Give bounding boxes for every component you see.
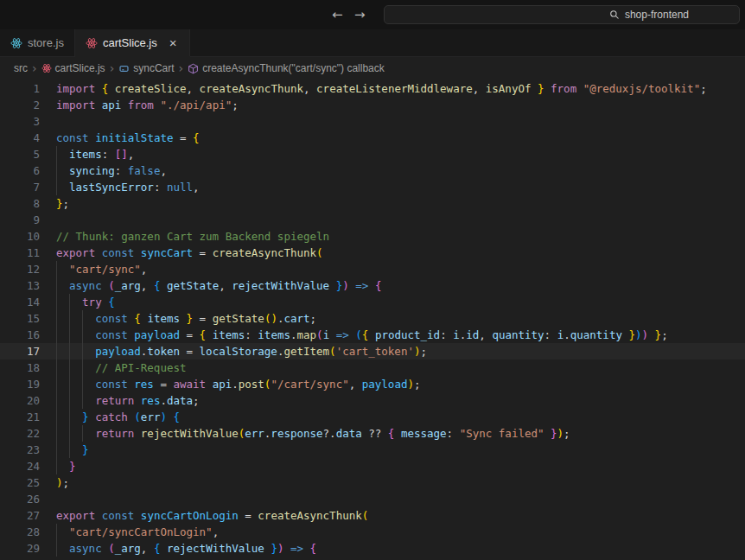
code-line[interactable]: 16const payload = { items: items.map(i =… xyxy=(0,327,745,343)
code-line[interactable]: 18// API-Request xyxy=(0,360,745,376)
code-line[interactable]: 20return res.data; xyxy=(0,392,745,409)
line-number: 9 xyxy=(0,212,40,228)
code-token: res xyxy=(134,378,154,391)
breadcrumb-item-symbol[interactable]: syncCart xyxy=(117,62,175,74)
code-token xyxy=(206,328,213,341)
code-line[interactable]: 5items: [], xyxy=(0,146,745,162)
line-number: 3 xyxy=(0,113,40,130)
code-line[interactable]: 3 xyxy=(0,113,745,130)
code-token: ; xyxy=(63,476,70,489)
code-text: items: [], xyxy=(56,146,134,162)
code-line[interactable]: 23} xyxy=(0,442,745,458)
code-text: const payload = { items: items.map(i => … xyxy=(56,327,668,343)
indent-guide xyxy=(56,392,69,409)
code-line[interactable]: 24} xyxy=(0,458,745,474)
redux-file-icon xyxy=(86,37,98,49)
code-token: ; xyxy=(63,197,70,210)
code-token: . xyxy=(564,328,570,341)
indent-guide xyxy=(56,458,69,474)
code-line[interactable]: 25); xyxy=(0,474,745,491)
line-number: 8 xyxy=(0,195,40,212)
code-token: localStorage xyxy=(200,345,277,358)
code-line[interactable]: 11export const syncCart = createAsyncThu… xyxy=(0,245,745,261)
indent-guide xyxy=(82,343,95,360)
code-token: map xyxy=(297,328,317,341)
code-token: // Thunk: ganzen Cart zum Backend spiege… xyxy=(56,230,329,243)
code-line[interactable]: 19const res = await api.post("/cart/sync… xyxy=(0,376,745,392)
code-line[interactable]: 22return rejectWithValue(err.response?.d… xyxy=(0,425,745,442)
code-token: const xyxy=(102,246,135,259)
code-token: { xyxy=(310,542,317,555)
code-token: , xyxy=(219,279,232,292)
nav-forward-button[interactable]: → xyxy=(351,7,369,23)
code-line[interactable]: 12"cart/sync", xyxy=(0,261,745,277)
tab-store-js[interactable]: store.js xyxy=(0,29,75,56)
code-line[interactable]: 26 xyxy=(0,491,745,507)
code-token: from xyxy=(128,99,154,111)
breadcrumb-label: syncCart xyxy=(133,62,174,74)
code-token: response xyxy=(271,427,322,440)
code-token: , xyxy=(187,82,200,95)
code-token: "./api/api" xyxy=(160,99,232,111)
code-line[interactable]: 28"cart/syncCartOnLogin", xyxy=(0,524,745,540)
code-token: product_id xyxy=(375,328,440,341)
code-token: _arg xyxy=(115,542,141,555)
code-line[interactable]: 17payload.token = localStorage.getItem('… xyxy=(0,343,745,360)
code-token: } xyxy=(56,197,63,210)
code-token xyxy=(167,410,174,423)
indent-guide xyxy=(56,277,69,294)
code-line[interactable]: 29async (_arg, { rejectWithValue }) => { xyxy=(0,540,745,557)
redux-file-icon xyxy=(10,37,22,49)
code-editor[interactable]: 1import { createSlice, createAsyncThunk,… xyxy=(0,80,745,560)
search-icon xyxy=(609,10,620,20)
code-token xyxy=(160,542,167,555)
line-number: 21 xyxy=(0,409,40,425)
code-text: payload.token = localStorage.getItem('ca… xyxy=(56,343,427,360)
code-token: catch xyxy=(95,410,128,423)
code-token: const xyxy=(102,509,135,522)
code-line[interactable]: 27export const syncCartOnLogin = createA… xyxy=(0,507,745,524)
code-token xyxy=(95,99,102,111)
code-line[interactable]: 15const { items } = getState().cart; xyxy=(0,310,745,327)
code-line[interactable]: 13async (_arg, { getState, rejectWithVal… xyxy=(0,277,745,294)
line-number: 1 xyxy=(0,80,40,97)
indent-guide xyxy=(82,360,95,376)
code-line[interactable]: 4const initialState = { xyxy=(0,130,745,146)
code-line[interactable]: 9 xyxy=(0,212,745,228)
line-number: 14 xyxy=(0,294,40,310)
code-token: , xyxy=(141,263,148,276)
command-center[interactable]: shop-frontend xyxy=(384,5,740,24)
code-token: ; xyxy=(420,345,427,358)
breadcrumb-item-file[interactable]: cartSlice.js xyxy=(40,62,107,74)
code-token xyxy=(95,246,102,259)
code-line[interactable]: 8}; xyxy=(0,195,745,212)
code-line[interactable]: 7lastSyncError: null, xyxy=(0,179,745,195)
code-token: rejectWithValue xyxy=(232,279,329,292)
code-token xyxy=(206,378,213,391)
breadcrumb-item-src[interactable]: src xyxy=(12,62,29,74)
code-line[interactable]: 10// Thunk: ganzen Cart zum Backend spie… xyxy=(0,228,745,245)
nav-back-button[interactable]: ← xyxy=(328,7,347,23)
code-line[interactable]: 6syncing: false, xyxy=(0,162,745,179)
code-token: false xyxy=(128,164,161,177)
line-number: 15 xyxy=(0,310,40,327)
code-line[interactable]: 14try { xyxy=(0,294,745,310)
code-token: lastSyncError xyxy=(69,181,154,194)
code-token: import xyxy=(56,82,95,95)
indent-guide xyxy=(56,425,69,442)
code-token: id xyxy=(466,328,479,341)
tab-cartslice-js[interactable]: cartSlice.js × xyxy=(75,29,190,56)
code-line[interactable]: 21} catch (err) { xyxy=(0,409,745,425)
code-token: ( xyxy=(316,246,323,259)
breadcrumb-item-callback[interactable]: createAsyncThunk("cart/sync") callback xyxy=(186,62,386,74)
code-token: export xyxy=(56,509,95,522)
code-token: message xyxy=(401,427,447,440)
code-text: } xyxy=(56,442,89,458)
indent-guide xyxy=(56,294,69,310)
tab-label: store.js xyxy=(28,36,64,49)
close-icon[interactable]: × xyxy=(168,36,179,49)
code-line[interactable]: 1import { createSlice, createAsyncThunk,… xyxy=(0,80,745,97)
code-line[interactable]: 2import api from "./api/api"; xyxy=(0,97,745,113)
code-token: { xyxy=(193,131,200,144)
code-text: const { items } = getState().cart; xyxy=(56,310,316,327)
